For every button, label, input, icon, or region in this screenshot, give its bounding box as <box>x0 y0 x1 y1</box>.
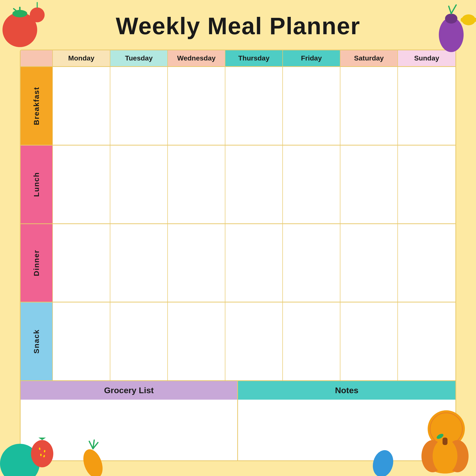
header-monday: Monday <box>53 50 110 66</box>
header-tuesday: Tuesday <box>110 50 168 66</box>
lunch-sunday[interactable] <box>398 146 455 223</box>
snack-row: Snack <box>21 302 455 381</box>
lunch-thursday[interactable] <box>225 146 283 223</box>
header-sunday: Sunday <box>398 50 455 66</box>
svg-point-6 <box>439 17 464 52</box>
dinner-tuesday[interactable] <box>110 224 168 302</box>
lunch-monday[interactable] <box>53 146 110 223</box>
dinner-row: Dinner <box>21 224 455 303</box>
snack-label: Snack <box>32 329 41 354</box>
eggplant-decoration <box>421 0 476 55</box>
header-row: Monday Tuesday Wednesday Thursday Friday… <box>21 50 455 67</box>
breakfast-sunday[interactable] <box>398 67 455 145</box>
dinner-saturday[interactable] <box>340 224 398 302</box>
breakfast-tuesday[interactable] <box>110 67 168 145</box>
snack-label-cell: Snack <box>21 302 53 380</box>
dinner-label: Dinner <box>32 250 41 276</box>
snack-wednesday[interactable] <box>168 302 225 380</box>
grocery-list-header: Grocery List <box>21 381 237 400</box>
svg-point-11 <box>461 18 463 22</box>
svg-point-12 <box>474 18 476 22</box>
breakfast-row: Breakfast <box>21 67 455 146</box>
lunch-label-cell: Lunch <box>21 146 53 223</box>
notes-content[interactable] <box>238 400 455 460</box>
snack-monday[interactable] <box>53 302 110 380</box>
svg-point-0 <box>2 12 37 47</box>
header-saturday: Saturday <box>340 50 398 66</box>
snack-friday[interactable] <box>283 302 340 380</box>
svg-point-7 <box>445 14 457 24</box>
breakfast-wednesday[interactable] <box>168 67 225 145</box>
svg-point-4 <box>30 7 45 22</box>
notes-header: Notes <box>238 381 455 400</box>
dinner-label-cell: Dinner <box>21 224 53 302</box>
page-wrapper: Weekly Meal Planner Monday Tuesday Wedne… <box>0 0 476 476</box>
lunch-friday[interactable] <box>283 146 340 223</box>
snack-tuesday[interactable] <box>110 302 168 380</box>
page-title: Weekly Meal Planner <box>106 10 370 42</box>
svg-point-10 <box>462 14 476 25</box>
header-corner <box>21 50 53 66</box>
svg-line-3 <box>14 9 20 14</box>
dinner-wednesday[interactable] <box>168 224 225 302</box>
lunch-label: Lunch <box>32 172 41 197</box>
header-friday: Friday <box>283 50 340 66</box>
snack-sunday[interactable] <box>398 302 455 380</box>
lunch-saturday[interactable] <box>340 146 398 223</box>
breakfast-label: Breakfast <box>32 87 41 125</box>
breakfast-label-cell: Breakfast <box>21 67 53 145</box>
dinner-sunday[interactable] <box>398 224 455 302</box>
lunch-wednesday[interactable] <box>168 146 225 223</box>
tomato-decoration <box>0 0 50 50</box>
dinner-monday[interactable] <box>53 224 110 302</box>
dinner-thursday[interactable] <box>225 224 283 302</box>
dinner-friday[interactable] <box>283 224 340 302</box>
breakfast-friday[interactable] <box>283 67 340 145</box>
svg-line-8 <box>449 6 451 14</box>
svg-line-9 <box>451 5 456 14</box>
header-wednesday: Wednesday <box>168 50 225 66</box>
grocery-list-content[interactable] <box>21 400 237 460</box>
breakfast-thursday[interactable] <box>225 67 283 145</box>
lunch-row: Lunch <box>21 146 455 224</box>
grocery-section: Grocery List <box>21 381 238 460</box>
svg-point-1 <box>12 10 27 17</box>
snack-thursday[interactable] <box>225 302 283 380</box>
header-thursday: Thursday <box>225 50 283 66</box>
notes-section: Notes <box>238 381 455 460</box>
breakfast-monday[interactable] <box>53 67 110 145</box>
planner-container: Monday Tuesday Wednesday Thursday Friday… <box>20 50 456 461</box>
snack-saturday[interactable] <box>340 302 398 380</box>
bottom-section: Grocery List Notes <box>21 381 455 460</box>
lunch-tuesday[interactable] <box>110 146 168 223</box>
breakfast-saturday[interactable] <box>340 67 398 145</box>
